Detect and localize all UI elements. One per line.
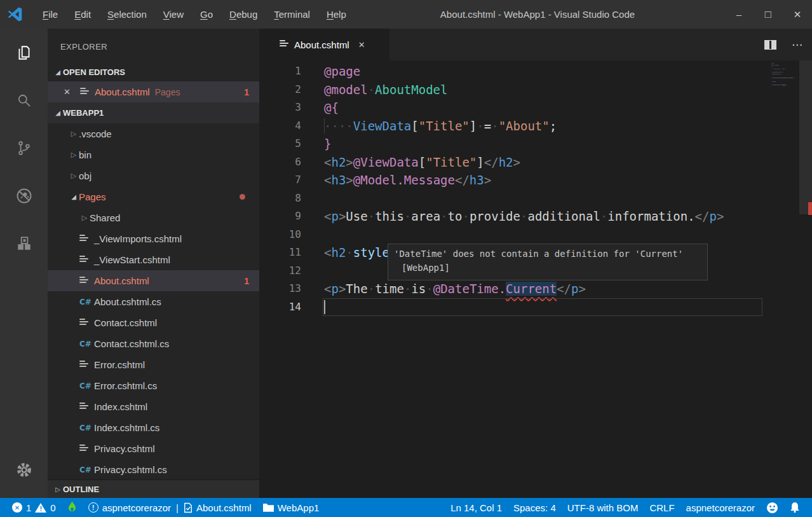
close-editor-icon[interactable]: ✕ [64,87,75,97]
csharp-file-icon: C# [79,465,90,474]
code-line-7[interactable]: 7<h3>@Model.Message</h3> [259,171,799,190]
source-control-icon[interactable] [0,124,48,172]
chevron-collapsed-icon[interactable]: ▷ [69,151,79,159]
code-line-3[interactable]: 3@{ [259,99,799,117]
code-token-tagd: > [484,173,491,187]
tree-item-contact-cshtml-cs[interactable]: C#Contact.cshtml.cs [48,333,259,354]
razor-language-status[interactable]: ! aspnetcorerazor | About.cshtml [88,502,252,513]
tree-item-about-cshtml[interactable]: About.cshtml1 [48,270,259,291]
menu-item-go[interactable]: Go [192,9,221,20]
open-editors-header[interactable]: ◢ OPEN EDITORS [48,63,259,81]
status-bar: ✕ 1 ! 0 ! aspnetcorerazor | About.cshtml [0,498,812,517]
code-editor[interactable]: 1@page2@model·AboutModel3@{4····ViewData… [259,60,812,498]
open-editor-item-about[interactable]: ✕ About.cshtml Pages 1 [48,81,259,102]
editor-actions: ⋯ [764,29,803,60]
code-line-2[interactable]: 2@model·AboutModel [259,81,799,99]
tree-item-bin[interactable]: ▷bin [48,144,259,165]
tree-item-obj[interactable]: ▷obj [48,165,259,186]
tree-item-privacy-cshtml-cs[interactable]: C#Privacy.cshtml.cs [48,459,259,479]
code-token-tagd: > [579,282,586,296]
menu-item-selection[interactable]: Selection [99,9,155,20]
code-token-ws: · [600,209,607,223]
code-line-5[interactable]: 5} [259,135,799,153]
editor-scrollbar[interactable] [799,60,812,498]
status-item-aspnetcorerazor[interactable]: aspnetcorerazor [686,502,755,513]
tree-item-error-cshtml-cs[interactable]: C#Error.cshtml.cs [48,375,259,396]
settings-gear-icon[interactable] [0,442,48,498]
tree-item-viewstart-cshtml[interactable]: _ViewStart.cshtml [48,249,259,270]
code-line-4[interactable]: 4····ViewData["Title"]·=·"About"; [259,117,799,135]
tree-item-label: .vscode [79,128,112,139]
tree-item-pages[interactable]: ◢Pages [48,186,259,207]
error-icon: ✕ [12,502,22,513]
problems-indicator[interactable]: ✕ 1 ! 0 [12,502,56,513]
menu-item-view[interactable]: View [155,9,192,20]
code-token-ws: · [368,209,375,223]
tree-item-about-cshtml-cs[interactable]: C#About.cshtml.cs [48,291,259,312]
code-token-tagd: </ [455,173,470,187]
omnisharp-flame[interactable] [67,501,77,514]
project-indicator[interactable]: WebApp1 [263,502,320,513]
code-token-ws: · [404,282,411,296]
feedback-smiley[interactable] [766,502,778,514]
line-number: 6 [259,153,318,172]
explorer-icon[interactable] [0,29,48,76]
error-count: 1 [26,502,31,513]
menu-item-edit[interactable]: Edit [66,9,99,20]
tree-item-label: Index.cshtml.cs [94,422,159,433]
code-token-err: Current [506,282,557,296]
line-content: @model·AboutModel [318,81,799,99]
code-token-text: additional [527,209,600,223]
tree-item-index-cshtml-cs[interactable]: C#Index.cshtml.cs [48,417,259,438]
csharp-file-icon: C# [79,382,90,390]
code-token-ws: · [462,209,469,223]
code-token-ws: · [520,209,527,223]
chevron-collapsed-icon[interactable]: ▷ [69,130,79,138]
chevron-collapsed-icon[interactable]: ▷ [69,172,79,180]
close-button[interactable]: ✕ [783,0,812,29]
status-item-ln-14-col-1[interactable]: Ln 14, Col 1 [450,502,502,513]
extensions-icon[interactable] [0,219,48,267]
tree-item-contact-cshtml[interactable]: Contact.cshtml [48,312,259,333]
tree-item-shared[interactable]: ▷Shared [48,207,259,228]
status-item-spaces-4[interactable]: Spaces: 4 [513,502,556,513]
tab-close-icon[interactable]: ✕ [358,40,365,50]
menu-item-help[interactable]: Help [318,9,355,20]
code-line-14[interactable]: 14 [259,298,799,317]
code-line-9[interactable]: 9<p>Use·this·area·to·provide·additional·… [259,207,799,226]
code-line-10[interactable]: 10 [259,226,799,244]
code-line-13[interactable]: 13<p>The·time·is·@DateTime.Current</p> [259,280,799,298]
tab-about-cshtml[interactable]: About.cshtml ✕ [259,29,389,60]
tree-item-error-cshtml[interactable]: Error.cshtml [48,354,259,375]
code-token-tagd: < [324,209,331,223]
maximize-button[interactable]: □ [754,0,783,29]
razor-file-icon [80,88,90,97]
split-editor-icon[interactable] [764,40,776,50]
tooltip-message: 'DateTime' does not contain a definition… [388,244,707,259]
tree-item-index-cshtml[interactable]: Index.cshtml [48,396,259,417]
code-line-6[interactable]: 6<h2>@ViewData["Title"]</h2> [259,153,799,172]
notifications-bell[interactable] [790,502,800,513]
search-icon[interactable] [0,76,48,124]
more-actions-icon[interactable]: ⋯ [792,38,803,52]
code-line-1[interactable]: 1@page [259,62,799,81]
status-item-crlf[interactable]: CRLF [649,502,674,513]
line-number: 13 [259,280,318,298]
chevron-expanded-icon[interactable]: ◢ [69,193,79,200]
outline-header[interactable]: ▷ OUTLINE [48,479,259,498]
chevron-collapsed-icon[interactable]: ▷ [79,214,90,222]
tree-item-privacy-cshtml[interactable]: Privacy.cshtml [48,438,259,459]
status-item-utf-8-with-bom[interactable]: UTF-8 with BOM [567,502,639,513]
workspace-header[interactable]: ◢ WEBAPP1 [48,102,259,123]
menu-item-terminal[interactable]: Terminal [266,9,318,20]
debug-icon[interactable] [0,172,48,219]
tree-item-viewimports-cshtml[interactable]: _ViewImports.cshtml [48,228,259,249]
line-number: 8 [259,190,318,208]
code-line-8[interactable]: 8 [259,190,799,208]
scrollbar-thumb[interactable] [799,60,812,214]
minimap[interactable]: @page@model·AboutModel@{····ViewData["Ti… [771,62,799,102]
tree-item-vscode[interactable]: ▷.vscode [48,123,259,144]
menu-item-file[interactable]: File [34,9,66,20]
minimize-button[interactable]: – [724,0,754,29]
menu-item-debug[interactable]: Debug [221,9,266,20]
